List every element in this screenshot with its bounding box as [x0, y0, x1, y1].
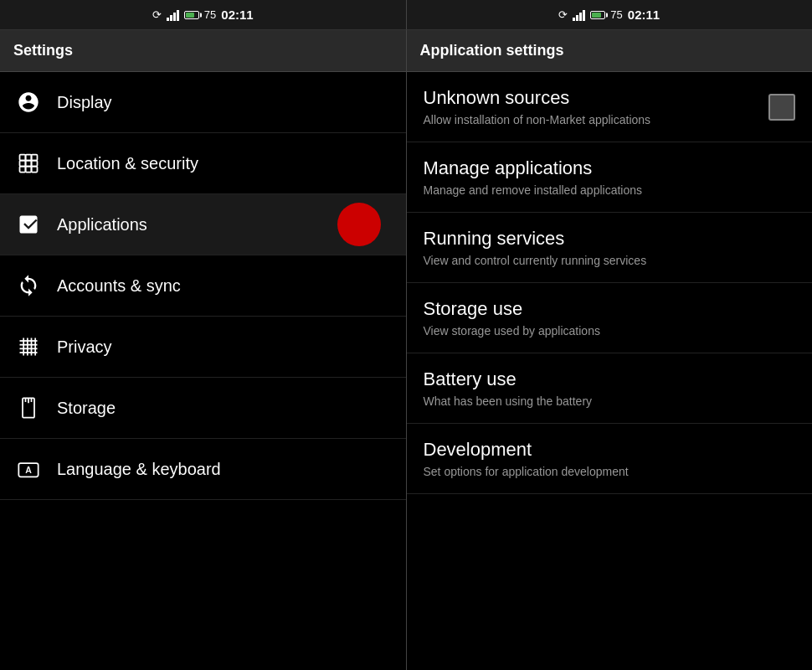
- applications-red-dot: [337, 203, 381, 246]
- storage-use-desc: View storage used by applications: [424, 324, 796, 338]
- sidebar-item-language-keyboard-label: Language & keyboard: [57, 460, 221, 479]
- application-settings-panel: Application settings Unknown sources All…: [407, 30, 813, 670]
- signal-icon-left: [167, 9, 179, 21]
- privacy-icon: [13, 332, 44, 362]
- status-bar-right: ⟳ 75 02:11: [407, 0, 813, 30]
- signal-strength-left: 75: [204, 8, 216, 21]
- rotation-icon-right: ⟳: [558, 8, 568, 21]
- sidebar-item-display-label: Display: [57, 93, 112, 112]
- app-setting-storage-use[interactable]: Storage use View storage used by applica…: [407, 283, 813, 353]
- app-setting-running-services[interactable]: Running services View and control curren…: [407, 213, 813, 283]
- svg-rect-1: [26, 155, 32, 161]
- svg-rect-4: [26, 161, 32, 167]
- settings-list: Display Locat: [0, 72, 406, 670]
- svg-rect-0: [20, 155, 26, 161]
- accounts-sync-icon: [13, 271, 44, 301]
- status-bar-left: ⟳ 75 02:11: [0, 0, 407, 30]
- unknown-sources-desc: Allow installation of non-Market applica…: [424, 113, 759, 126]
- svg-rect-3: [20, 161, 26, 167]
- development-title: Development: [424, 439, 796, 461]
- location-security-icon: [13, 148, 44, 178]
- svg-rect-5: [32, 161, 38, 167]
- storage-icon: [13, 393, 44, 423]
- running-services-title: Running services: [424, 228, 796, 250]
- storage-use-title: Storage use: [424, 298, 796, 320]
- signal-strength-right: 75: [610, 8, 622, 21]
- sidebar-item-location-security[interactable]: Location & security: [0, 133, 406, 194]
- sidebar-item-privacy[interactable]: Privacy: [0, 317, 406, 378]
- app-setting-development[interactable]: Development Set options for application …: [407, 424, 813, 494]
- display-icon: [13, 87, 44, 117]
- app-setting-unknown-sources[interactable]: Unknown sources Allow installation of no…: [407, 72, 813, 142]
- svg-rect-6: [20, 167, 26, 173]
- svg-rect-2: [32, 155, 38, 161]
- manage-applications-title: Manage applications: [424, 157, 796, 179]
- application-settings-title: Application settings: [420, 42, 564, 59]
- time-left: 02:11: [221, 8, 253, 22]
- running-services-desc: View and control currently running servi…: [424, 254, 796, 267]
- app-setting-manage-applications[interactable]: Manage applications Manage and remove in…: [407, 142, 813, 213]
- battery-icon-left: [184, 11, 199, 19]
- sidebar-item-accounts-sync[interactable]: Accounts & sync: [0, 255, 406, 317]
- battery-use-title: Battery use: [424, 368, 796, 390]
- app-setting-battery-use[interactable]: Battery use What has been using the batt…: [407, 353, 813, 424]
- settings-panel: Settings Display: [0, 30, 407, 670]
- battery-use-desc: What has been using the battery: [424, 394, 796, 408]
- svg-rect-7: [26, 167, 32, 173]
- signal-icon-right: [573, 9, 585, 21]
- sidebar-item-privacy-label: Privacy: [57, 338, 112, 357]
- battery-icon-right: [590, 11, 605, 19]
- sidebar-item-display[interactable]: Display: [0, 72, 406, 133]
- applications-icon: [13, 209, 44, 240]
- application-settings-header: Application settings: [407, 30, 813, 72]
- sidebar-item-applications-label: Applications: [57, 215, 147, 234]
- unknown-sources-title: Unknown sources: [424, 87, 759, 109]
- sidebar-item-storage-label: Storage: [57, 399, 116, 418]
- time-right: 02:11: [628, 8, 660, 22]
- sidebar-item-accounts-sync-label: Accounts & sync: [57, 276, 181, 296]
- sidebar-item-applications[interactable]: Applications: [0, 194, 406, 255]
- rotation-icon-left: ⟳: [152, 8, 162, 21]
- sidebar-item-storage[interactable]: Storage: [0, 378, 406, 439]
- unknown-sources-checkbox[interactable]: [768, 94, 795, 121]
- sidebar-item-location-security-label: Location & security: [57, 154, 198, 173]
- sidebar-item-language-keyboard[interactable]: A Language & keyboard: [0, 439, 406, 500]
- settings-title: Settings: [13, 42, 73, 59]
- svg-rect-8: [32, 167, 38, 173]
- svg-text:A: A: [25, 465, 32, 475]
- app-settings-list: Unknown sources Allow installation of no…: [407, 72, 813, 670]
- development-desc: Set options for application development: [424, 465, 796, 478]
- manage-applications-desc: Manage and remove installed applications: [424, 183, 796, 197]
- settings-header: Settings: [0, 30, 406, 72]
- language-keyboard-icon: A: [13, 454, 44, 484]
